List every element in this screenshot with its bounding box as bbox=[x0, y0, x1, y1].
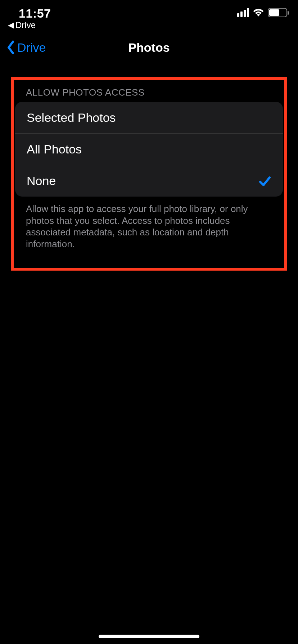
photo-access-options: Selected Photos All Photos None bbox=[15, 102, 283, 197]
option-label: Selected Photos bbox=[27, 111, 116, 125]
option-all-photos[interactable]: All Photos bbox=[15, 133, 283, 165]
annotation-highlight: ALLOW PHOTOS ACCESS Selected Photos All … bbox=[11, 77, 287, 271]
status-right bbox=[237, 8, 287, 17]
back-button[interactable]: Drive bbox=[6, 40, 46, 55]
option-label: None bbox=[27, 174, 56, 188]
chevron-left-icon bbox=[6, 40, 15, 55]
return-to-app-label: Drive bbox=[15, 20, 36, 30]
battery-icon bbox=[268, 8, 287, 17]
nav-header: Drive Photos bbox=[0, 32, 298, 63]
page-title: Photos bbox=[128, 41, 170, 55]
section-header: ALLOW PHOTOS ACCESS bbox=[14, 80, 284, 102]
option-selected-photos[interactable]: Selected Photos bbox=[15, 102, 283, 133]
wifi-icon bbox=[253, 8, 264, 17]
return-to-app[interactable]: ◀︎ Drive bbox=[8, 20, 36, 30]
checkmark-icon bbox=[258, 175, 271, 188]
cellular-icon bbox=[237, 8, 249, 17]
status-bar: 11:57 ◀︎ Drive bbox=[0, 0, 298, 32]
status-time: 11:57 bbox=[19, 6, 51, 20]
option-none[interactable]: None bbox=[15, 165, 283, 197]
caret-left-icon: ◀︎ bbox=[8, 21, 14, 29]
back-button-label: Drive bbox=[17, 41, 46, 55]
section-footer: Allow this app to access your full photo… bbox=[14, 197, 284, 250]
home-indicator[interactable] bbox=[99, 635, 199, 638]
option-label: All Photos bbox=[27, 142, 82, 156]
